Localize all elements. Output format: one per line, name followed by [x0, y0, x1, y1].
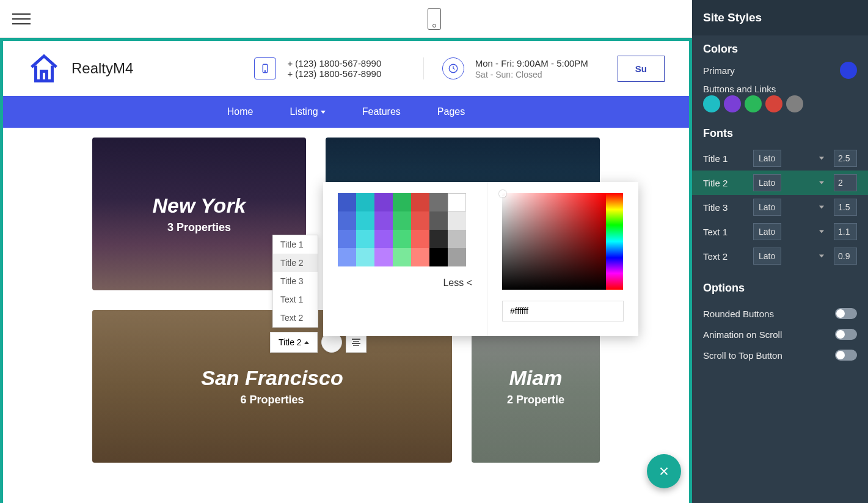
mobile-device-icon[interactable]: [428, 8, 441, 30]
site-styles-panel: Site Styles Colors Primary Buttons and L…: [692, 0, 868, 38]
panel-title: Site Styles: [692, 0, 868, 35]
hamburger-menu-icon[interactable]: [12, 13, 31, 24]
